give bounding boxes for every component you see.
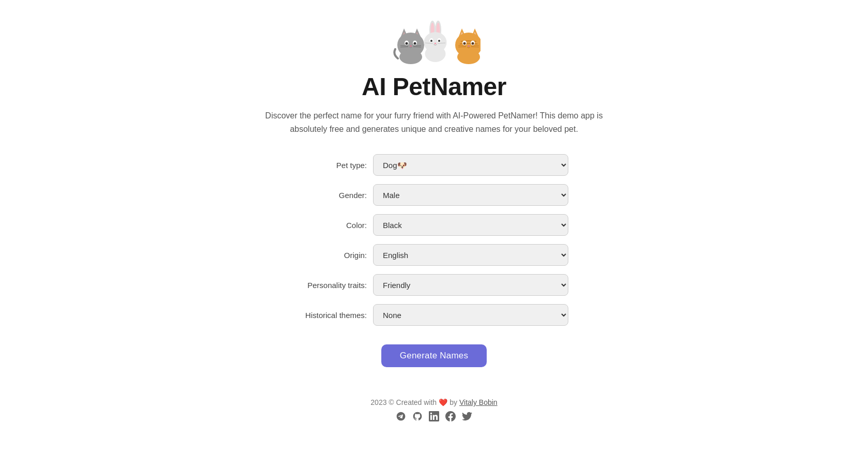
main-container: AI PetNamer Discover the perfect name fo… (0, 0, 868, 443)
color-label: Color: (300, 221, 367, 230)
svg-point-37 (468, 46, 470, 47)
pet-icons (388, 21, 481, 67)
gender-row: Gender: Male Female (300, 184, 568, 206)
facebook-icon[interactable] (445, 411, 456, 422)
app-title: AI PetNamer (362, 72, 506, 101)
svg-point-22 (430, 40, 432, 42)
origin-row: Origin: English French Japanese German S… (300, 244, 568, 266)
telegram-icon[interactable] (395, 411, 407, 422)
svg-point-8 (414, 42, 416, 45)
svg-point-36 (472, 42, 474, 45)
footer-text: 2023 © Created with ❤️ by Vitaly Bobin (370, 398, 497, 406)
footer: 2023 © Created with ❤️ by Vitaly Bobin (370, 398, 497, 422)
github-icon[interactable] (412, 411, 423, 422)
pet-type-label: Pet type: (300, 161, 367, 170)
svg-line-41 (471, 47, 479, 48)
twitter-icon[interactable] (461, 411, 473, 422)
svg-point-23 (438, 40, 440, 42)
svg-line-39 (458, 47, 466, 48)
linkedin-icon[interactable] (428, 411, 440, 422)
social-icons (395, 411, 473, 422)
svg-point-9 (410, 46, 412, 47)
svg-point-42 (457, 50, 480, 64)
historical-themes-label: Historical themes: (300, 311, 367, 320)
svg-point-14 (399, 50, 422, 64)
heart-icon: ❤️ (439, 398, 447, 406)
color-row: Color: Black White Brown Golden Gray Spo… (300, 214, 568, 236)
svg-point-7 (406, 42, 408, 45)
generate-button[interactable]: Generate Names (381, 344, 487, 367)
pet-type-row: Pet type: Dog🐶 Cat🐱 Rabbit🐰 Hamster🐹 Bir… (300, 154, 568, 176)
form-container: Pet type: Dog🐶 Cat🐱 Rabbit🐰 Hamster🐹 Bir… (300, 154, 568, 367)
author-link[interactable]: Vitaly Bobin (459, 398, 498, 406)
historical-themes-select[interactable]: None Ancient Medieval Victorian Modern F… (373, 304, 568, 326)
svg-point-35 (463, 42, 466, 45)
by-text: by (450, 398, 457, 406)
gender-select[interactable]: Male Female (373, 184, 568, 206)
personality-select[interactable]: Friendly Playful Calm Energetic Shy Bold (373, 274, 568, 296)
pet-type-select[interactable]: Dog🐶 Cat🐱 Rabbit🐰 Hamster🐹 Bird🐦 Fish🐟 (373, 154, 568, 176)
historical-themes-row: Historical themes: None Ancient Medieval… (300, 304, 568, 326)
copyright-text: 2023 © Created with (370, 398, 437, 406)
origin-select[interactable]: English French Japanese German Spanish I… (373, 244, 568, 266)
svg-line-13 (413, 47, 421, 48)
personality-label: Personality traits: (300, 281, 367, 290)
app-description: Discover the perfect name for your furry… (264, 109, 605, 135)
svg-point-27 (425, 46, 446, 62)
personality-row: Personality traits: Friendly Playful Cal… (300, 274, 568, 296)
gender-label: Gender: (300, 191, 367, 200)
color-select[interactable]: Black White Brown Golden Gray Spotted (373, 214, 568, 236)
origin-label: Origin: (300, 251, 367, 260)
svg-point-24 (435, 43, 437, 44)
svg-line-11 (400, 47, 408, 48)
